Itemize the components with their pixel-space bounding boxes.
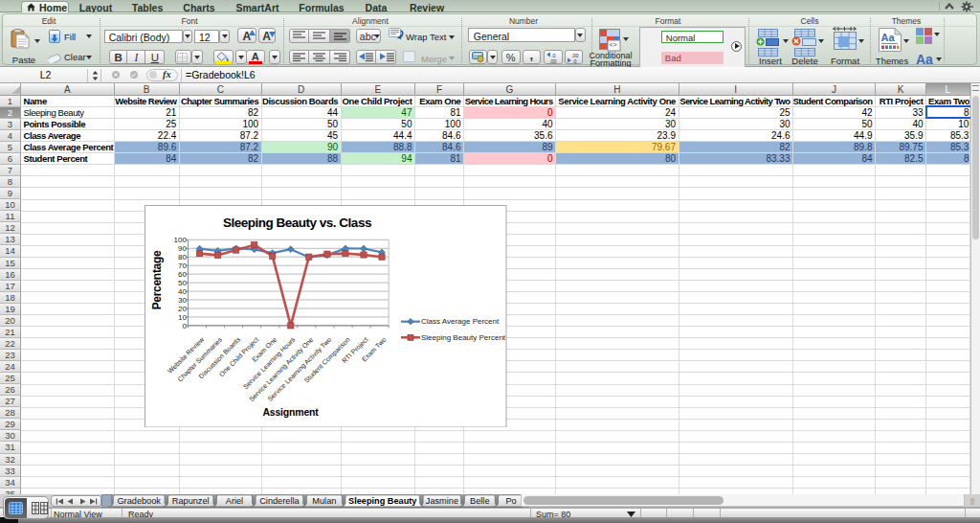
svg-text:10: 10 — [178, 312, 187, 321]
svg-text:.00: .00 — [549, 58, 557, 64]
svg-text:Belle: Belle — [470, 496, 489, 506]
svg-text:80: 80 — [178, 252, 187, 261]
svg-text:Sleeping Beauty Percent: Sleeping Beauty Percent — [421, 333, 506, 342]
svg-text:70: 70 — [178, 261, 187, 269]
svg-text:Aa: Aa — [880, 32, 895, 43]
svg-text:Percentage: Percentage — [150, 250, 164, 309]
svg-text:0: 0 — [182, 321, 187, 330]
svg-text:40: 40 — [178, 286, 187, 295]
svg-text:Gradebook: Gradebook — [117, 496, 161, 506]
svg-text:Ariel: Ariel — [226, 496, 243, 506]
svg-text:Po: Po — [505, 496, 516, 506]
svg-text:Sleeping Beauty: Sleeping Beauty — [348, 496, 417, 506]
svg-text:Assignment: Assignment — [262, 405, 319, 417]
svg-text:90: 90 — [178, 243, 187, 252]
svg-text:Jasmine: Jasmine — [426, 496, 458, 506]
svg-text:<>: <> — [610, 41, 617, 48]
svg-text:Rapunzel: Rapunzel — [172, 496, 210, 506]
svg-text:30: 30 — [178, 295, 187, 304]
svg-text:Cinderella: Cinderella — [259, 496, 300, 506]
svg-text:60: 60 — [178, 269, 187, 278]
svg-text:100: 100 — [174, 235, 188, 243]
svg-text:Sleeping Beauty vs. Class: Sleeping Beauty vs. Class — [223, 216, 371, 230]
svg-text:20: 20 — [178, 304, 187, 312]
svg-text:Class Average Percent: Class Average Percent — [421, 317, 500, 326]
svg-text:Mulan: Mulan — [312, 496, 336, 506]
svg-text:50: 50 — [178, 278, 187, 286]
